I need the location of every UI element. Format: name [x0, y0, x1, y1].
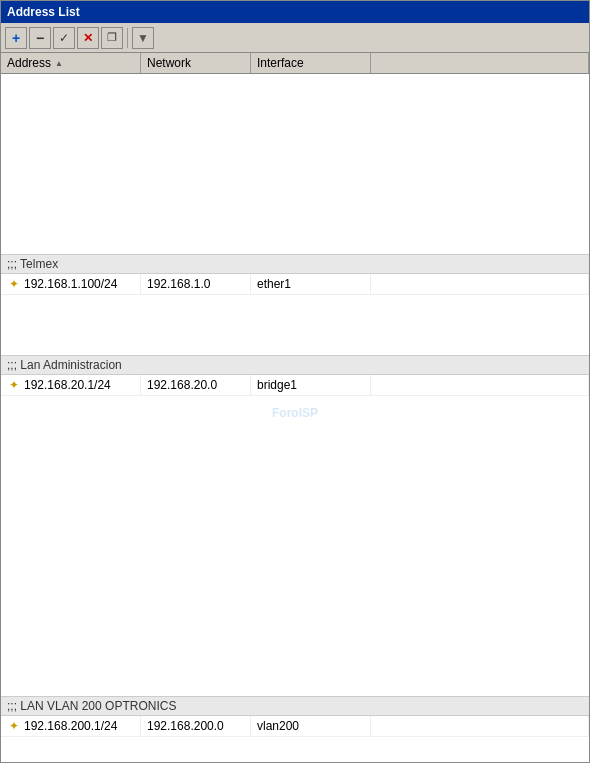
add-icon: + [12, 30, 20, 46]
add-button[interactable]: + [5, 27, 27, 49]
address-icon-vlan [7, 719, 21, 733]
cell-extra-telmex [371, 274, 589, 294]
cell-network-lan-admin: 192.168.20.0 [141, 375, 251, 395]
address-list-window: Address List + − ✓ ✕ ❐ ▼ Address ▲ [0, 0, 590, 763]
filter-button[interactable]: ▼ [132, 27, 154, 49]
cell-network-telmex: 192.168.1.0 [141, 274, 251, 294]
empty-top-space [1, 74, 589, 254]
table-container[interactable]: Address ▲ Network Interface ForoISP ;;; … [1, 53, 589, 762]
table-row[interactable]: 192.168.20.1/24 192.168.20.0 bridge1 [1, 375, 589, 396]
sort-arrow-icon: ▲ [55, 59, 63, 68]
section-lan-admin-separator: ;;; Lan Administracion [1, 355, 589, 375]
section-telmex-separator: ;;; Telmex [1, 254, 589, 274]
cell-extra-lan-admin [371, 375, 589, 395]
column-interface: Interface [251, 53, 371, 73]
empty-mid-space [1, 295, 589, 355]
window-title: Address List [7, 5, 80, 19]
cell-address-lan-admin: 192.168.20.1/24 [1, 375, 141, 395]
x-icon: ✕ [83, 31, 93, 45]
remove-button[interactable]: − [29, 27, 51, 49]
disable-button[interactable]: ✕ [77, 27, 99, 49]
cell-address-vlan: 192.168.200.1/24 [1, 716, 141, 736]
check-icon: ✓ [59, 31, 69, 45]
toolbar-separator [127, 28, 128, 48]
address-icon-lan-admin [7, 378, 21, 392]
column-network: Network [141, 53, 251, 73]
copy-button[interactable]: ❐ [101, 27, 123, 49]
table-row[interactable]: 192.168.1.100/24 192.168.1.0 ether1 [1, 274, 589, 295]
toolbar: + − ✓ ✕ ❐ ▼ [1, 23, 589, 53]
filter-icon: ▼ [137, 31, 149, 45]
column-extra [371, 53, 589, 73]
table-header: Address ▲ Network Interface [1, 53, 589, 74]
cell-interface-vlan: vlan200 [251, 716, 371, 736]
table-row[interactable]: 192.168.200.1/24 192.168.200.0 vlan200 [1, 716, 589, 737]
address-icon-telmex [7, 277, 21, 291]
table-content: ForoISP ;;; Telmex 192.168.1.100/24 192.… [1, 74, 589, 737]
remove-icon: − [36, 30, 44, 46]
column-address: Address ▲ [1, 53, 141, 73]
copy-icon: ❐ [107, 31, 117, 44]
cell-interface-lan-admin: bridge1 [251, 375, 371, 395]
section-vlan-separator: ;;; LAN VLAN 200 OPTRONICS [1, 696, 589, 716]
cell-extra-vlan [371, 716, 589, 736]
enable-button[interactable]: ✓ [53, 27, 75, 49]
cell-interface-telmex: ether1 [251, 274, 371, 294]
cell-network-vlan: 192.168.200.0 [141, 716, 251, 736]
title-bar: Address List [1, 1, 589, 23]
cell-address-telmex: 192.168.1.100/24 [1, 274, 141, 294]
empty-bottom-space [1, 396, 589, 696]
